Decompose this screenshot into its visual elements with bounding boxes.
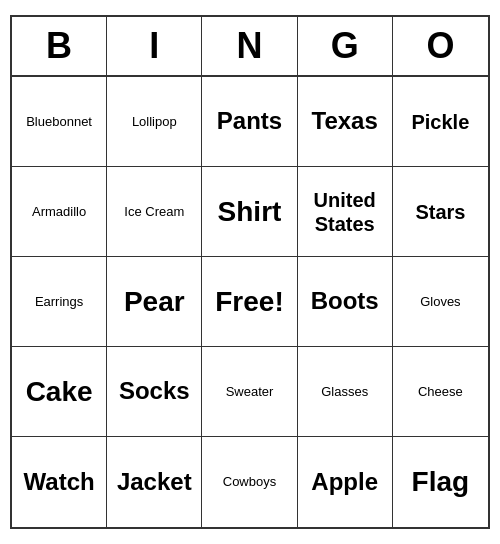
header-letter-b: B <box>12 17 107 75</box>
cell-text-21: Jacket <box>117 468 192 497</box>
bingo-cell-13: Boots <box>298 257 393 347</box>
bingo-cell-20: Watch <box>12 437 107 527</box>
bingo-cell-3: Texas <box>298 77 393 167</box>
cell-text-0: Bluebonnet <box>26 114 92 130</box>
cell-text-15: Cake <box>26 375 93 409</box>
bingo-cell-21: Jacket <box>107 437 202 527</box>
header-letter-n: N <box>202 17 297 75</box>
cell-text-7: Shirt <box>218 195 282 229</box>
cell-text-22: Cowboys <box>223 474 276 490</box>
bingo-grid: BluebonnetLollipopPantsTexasPickleArmadi… <box>12 77 488 527</box>
bingo-cell-23: Apple <box>298 437 393 527</box>
cell-text-6: Ice Cream <box>124 204 184 220</box>
bingo-card: BINGO BluebonnetLollipopPantsTexasPickle… <box>10 15 490 529</box>
bingo-cell-22: Cowboys <box>202 437 297 527</box>
cell-text-17: Sweater <box>226 384 274 400</box>
cell-text-10: Earrings <box>35 294 83 310</box>
cell-text-3: Texas <box>312 107 378 136</box>
cell-text-14: Gloves <box>420 294 460 310</box>
bingo-cell-8: United States <box>298 167 393 257</box>
cell-text-8: United States <box>302 188 388 236</box>
bingo-cell-0: Bluebonnet <box>12 77 107 167</box>
cell-text-18: Glasses <box>321 384 368 400</box>
cell-text-11: Pear <box>124 285 185 319</box>
cell-text-4: Pickle <box>411 110 469 134</box>
bingo-cell-18: Glasses <box>298 347 393 437</box>
cell-text-13: Boots <box>311 287 379 316</box>
cell-text-16: Socks <box>119 377 190 406</box>
cell-text-20: Watch <box>24 468 95 497</box>
cell-text-9: Stars <box>415 200 465 224</box>
cell-text-2: Pants <box>217 107 282 136</box>
bingo-cell-7: Shirt <box>202 167 297 257</box>
cell-text-24: Flag <box>412 465 470 499</box>
header-letter-i: I <box>107 17 202 75</box>
bingo-cell-4: Pickle <box>393 77 488 167</box>
cell-text-19: Cheese <box>418 384 463 400</box>
bingo-cell-24: Flag <box>393 437 488 527</box>
bingo-cell-11: Pear <box>107 257 202 347</box>
bingo-cell-10: Earrings <box>12 257 107 347</box>
bingo-cell-12: Free! <box>202 257 297 347</box>
bingo-header: BINGO <box>12 17 488 77</box>
bingo-cell-16: Socks <box>107 347 202 437</box>
bingo-cell-19: Cheese <box>393 347 488 437</box>
cell-text-5: Armadillo <box>32 204 86 220</box>
bingo-cell-15: Cake <box>12 347 107 437</box>
bingo-cell-6: Ice Cream <box>107 167 202 257</box>
bingo-cell-17: Sweater <box>202 347 297 437</box>
cell-text-12: Free! <box>215 285 283 319</box>
header-letter-g: G <box>298 17 393 75</box>
cell-text-1: Lollipop <box>132 114 177 130</box>
header-letter-o: O <box>393 17 488 75</box>
bingo-cell-9: Stars <box>393 167 488 257</box>
bingo-cell-2: Pants <box>202 77 297 167</box>
bingo-cell-14: Gloves <box>393 257 488 347</box>
bingo-cell-5: Armadillo <box>12 167 107 257</box>
bingo-cell-1: Lollipop <box>107 77 202 167</box>
cell-text-23: Apple <box>311 468 378 497</box>
